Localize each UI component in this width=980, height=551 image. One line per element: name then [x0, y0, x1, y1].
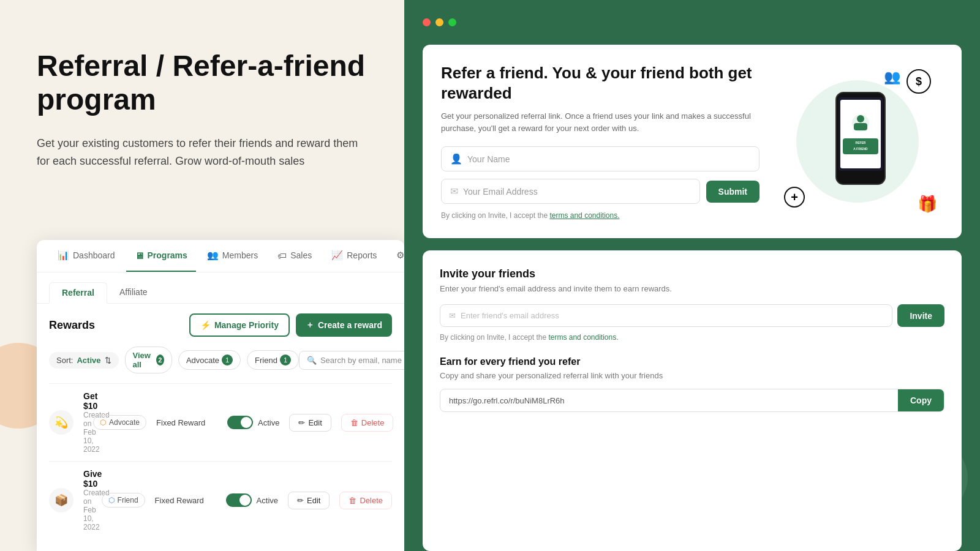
tab-dashboard[interactable]: 📊 Dashboard [49, 240, 124, 272]
referral-terms: By clicking on Invite, I accept the term… [441, 211, 760, 220]
friend-icon: ⬡ [108, 496, 115, 504]
filter-left: Sort: Active ⇅ View all 2 Advocate 1 Fri… [49, 347, 299, 373]
nav-tabs: 📊 Dashboard 🖥 Programs 👥 Members 🏷 Sales… [37, 240, 404, 272]
trash-icon-1: 🗑 [350, 418, 358, 427]
reward-category-2: Fixed Reward [155, 496, 216, 505]
referral-form-card: Refer a friend. You & your friend both g… [423, 45, 962, 238]
referral-form-illustration: REFER A FRIEND $ 👥 + 🎁 [772, 63, 943, 220]
reward-icon-1: 💫 [49, 410, 74, 435]
main-heading: Referral / Refer-a-friend program [37, 49, 368, 116]
members-icon: 👥 [207, 250, 219, 261]
referral-url: https://go.refrl.co/r/buNiM8LrR6h [440, 390, 893, 411]
referral-form-title: Refer a friend. You & your friend both g… [441, 63, 760, 103]
email-envelope-icon: ✉ [449, 311, 456, 320]
rewards-section: Rewards ⚡ Manage Priority ＋ Create a rew… [37, 313, 404, 539]
edit-button-2[interactable]: ✏ Edit [288, 492, 330, 509]
sub-tab-referral[interactable]: Referral [49, 282, 107, 304]
edit-icon-2: ✏ [297, 496, 304, 505]
tab-members[interactable]: 👥 Members [198, 240, 266, 272]
rewards-actions: ⚡ Manage Priority ＋ Create a reward [189, 313, 392, 337]
view-all-button[interactable]: View all 2 [125, 347, 172, 373]
svg-point-7 [857, 115, 864, 122]
submit-button[interactable]: Submit [706, 181, 760, 203]
browser-dot-yellow [435, 18, 443, 26]
create-reward-button[interactable]: ＋ Create a reward [296, 313, 392, 337]
name-input[interactable]: 👤 Your Name [441, 146, 760, 171]
edit-icon-1: ✏ [298, 418, 305, 427]
manage-priority-button[interactable]: ⚡ Manage Priority [189, 313, 290, 337]
search-field[interactable]: 🔍 Search by email, name [299, 351, 404, 370]
browser-dot-green [448, 18, 456, 26]
earn-title: Earn for every friend you refer [440, 356, 944, 367]
active-toggle-1[interactable] [227, 416, 253, 429]
invite-button[interactable]: Invite [897, 304, 944, 327]
tab-settings[interactable]: ⚙ Settings [388, 240, 404, 272]
tab-sales[interactable]: 🏷 Sales [269, 241, 320, 272]
create-reward-icon: ＋ [306, 320, 314, 331]
search-magnifier-icon: 🔍 [307, 356, 317, 365]
active-toggle-2[interactable] [226, 493, 252, 507]
sort-badge: Sort: Active ⇅ [49, 352, 119, 369]
plus-icon: + [784, 187, 805, 208]
earn-desc: Copy and share your personalized referra… [440, 371, 944, 380]
email-input[interactable]: ✉ Your Email Address [441, 179, 700, 204]
browser-dot-red [423, 18, 431, 26]
reports-icon: 📈 [331, 250, 343, 261]
referral-form-desc: Get your personalized referral link. Onc… [441, 110, 760, 134]
right-panel: Refer a friend. You & your friend both g… [404, 0, 980, 551]
invite-terms-link[interactable]: terms and conditions. [548, 333, 618, 342]
sort-icon: ⇅ [105, 356, 111, 365]
table-row: 📦 Give $10 Created on Feb 10, 2022 ⬡ Fri… [49, 461, 392, 539]
sub-tab-affiliate[interactable]: Affiliate [107, 282, 160, 303]
rewards-title: Rewards [49, 319, 95, 332]
reward-type-badge-1: ⬡ Advocate [93, 415, 146, 430]
invite-card: Invite your friends Enter your friend's … [423, 250, 962, 551]
sales-icon: 🏷 [277, 250, 287, 261]
toggle-wrap-2: Active [226, 493, 278, 507]
invite-input-row: ✉ Enter friend's email address Invite [440, 304, 944, 327]
email-icon: ✉ [450, 186, 458, 197]
svg-text:A FRIEND: A FRIEND [853, 147, 868, 151]
svg-text:REFER: REFER [856, 141, 866, 144]
friend-filter[interactable]: Friend 1 [247, 350, 299, 370]
filter-row: Sort: Active ⇅ View all 2 Advocate 1 Fri… [49, 347, 392, 373]
advocate-icon: ⬡ [100, 418, 106, 427]
rewards-header: Rewards ⚡ Manage Priority ＋ Create a rew… [49, 313, 392, 337]
terms-link-referral[interactable]: terms and conditions. [549, 211, 619, 220]
copy-button[interactable]: Copy [898, 389, 944, 411]
reward-info-2: Give $10 Created on Feb 10, 2022 [83, 469, 92, 531]
phone-svg: REFER A FRIEND [802, 80, 913, 203]
browser-chrome [423, 18, 962, 26]
invite-desc: Enter your friend's email address and in… [440, 284, 944, 293]
trash-icon-2: 🗑 [349, 496, 356, 505]
tab-reports[interactable]: 📈 Reports [323, 240, 385, 272]
reward-category-1: Fixed Reward [156, 418, 217, 427]
dashboard-card: 📊 Dashboard 🖥 Programs 👥 Members 🏷 Sales… [37, 240, 404, 551]
filter-right: 🔍 Search by email, name Search [299, 350, 404, 370]
edit-button-1[interactable]: ✏ Edit [289, 414, 331, 432]
advocate-filter[interactable]: Advocate 1 [178, 350, 241, 370]
email-submit-row: ✉ Your Email Address Submit [441, 179, 760, 204]
invite-title: Invite your friends [440, 268, 944, 280]
manage-priority-icon: ⚡ [200, 320, 211, 330]
programs-icon: 🖥 [135, 250, 144, 261]
referral-link-row: https://go.refrl.co/r/buNiM8LrR6h Copy [440, 389, 944, 412]
table-row: 💫 Get $10 Created on Feb 10, 2022 ⬡ Advo… [49, 383, 392, 461]
left-panel: Referral / Refer-a-friend program Get yo… [0, 0, 404, 551]
svg-rect-8 [854, 123, 867, 130]
referral-form-left: Refer a friend. You & your friend both g… [441, 63, 760, 220]
toggle-wrap-1: Active [227, 416, 279, 429]
delete-button-1[interactable]: 🗑 Delete [341, 414, 394, 432]
decorative-circle-right [894, 441, 968, 514]
settings-icon: ⚙ [396, 250, 404, 261]
sub-tabs: Referral Affiliate [37, 272, 404, 304]
reward-icon-2: 📦 [49, 488, 74, 512]
delete-button-2[interactable]: 🗑 Delete [339, 492, 392, 509]
invite-terms: By clicking on Invite, I accept the term… [440, 333, 944, 342]
gift-icon: 🎁 [918, 195, 937, 214]
dashboard-icon: 📊 [58, 250, 69, 261]
user-icon: 👤 [450, 153, 462, 165]
svg-rect-2 [840, 100, 881, 168]
friend-email-input[interactable]: ✉ Enter friend's email address [440, 304, 892, 327]
tab-programs[interactable]: 🖥 Programs [126, 241, 196, 272]
